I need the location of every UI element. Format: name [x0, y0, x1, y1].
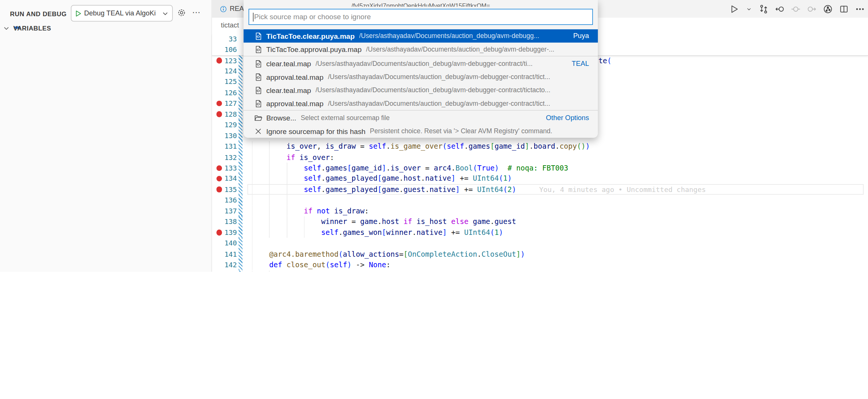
variables-label: VARIABLES [13, 25, 51, 32]
debug-config-dropdown[interactable]: Debug TEAL via AlgoKi [71, 5, 173, 21]
code-text [252, 195, 304, 206]
code-line[interactable]: 138winner = game.host if is_host else ga… [212, 216, 868, 227]
line-number: 139 [219, 227, 237, 238]
line-number: 132 [219, 152, 237, 163]
quickpick-item[interactable]: approval.teal.map/Users/asthayadav/Docum… [244, 97, 598, 110]
gear-icon[interactable] [177, 8, 186, 17]
quickpick-item-label: clear.teal.map [266, 86, 311, 94]
line-number: 123 [219, 55, 237, 66]
quickpick-item-badge[interactable]: Other Options [546, 114, 589, 122]
indent-guide [287, 206, 304, 216]
modified-gutter-indicator [238, 76, 242, 87]
debug-config-label: Debug TEAL via AlgoKi [84, 9, 156, 17]
indent-guide [269, 141, 287, 152]
folder-open-icon [254, 114, 262, 122]
chevron-down-icon [3, 24, 10, 32]
code-line[interactable]: 143pass [212, 270, 868, 272]
file-code-icon [254, 73, 262, 81]
quickpick-item-description: /Users/asthayadav/Documents/auction_debu… [328, 73, 598, 81]
indent-guide [287, 184, 304, 195]
modified-gutter-indicator [238, 184, 242, 195]
indent-guide [269, 152, 287, 163]
code-line[interactable]: 133self.games[game_id].is_over = arc4.Bo… [212, 163, 868, 174]
modified-gutter-indicator [238, 109, 242, 120]
run-icon[interactable] [730, 4, 739, 14]
text-cursor [253, 12, 254, 21]
indent-guide [269, 206, 287, 216]
code-line[interactable]: 142def close_out(self) -> None: [212, 259, 868, 270]
quickpick-item-description: /Users/asthayadav/Documents/auction_debu… [315, 60, 567, 68]
run-and-debug-sidebar: RUN AND DEBUG Debug TEAL via AlgoKi ⋯ VA… [0, 0, 212, 272]
code-text: pass [252, 270, 304, 272]
code-text: @arc4.baremethod(allow_actions=[OnComple… [252, 249, 525, 260]
indent-guide [269, 195, 287, 206]
indent-guide [252, 259, 269, 270]
chevron-down-icon[interactable] [746, 4, 752, 14]
start-debug-icon[interactable] [75, 10, 82, 17]
quickpick-separator [244, 56, 598, 56]
quickpick-item-label: approval.teal.map [266, 99, 324, 108]
quickpick-item-label: approval.teal.map [266, 73, 324, 81]
quickpick-item[interactable]: TicTacToe.approval.puya.map/Users/asthay… [244, 43, 598, 56]
breadcrumb-file[interactable]: tictact [221, 22, 239, 30]
sidebar-title: RUN AND DEBUG [10, 11, 67, 17]
code-line[interactable]: 136 [212, 195, 868, 206]
line-number: 127 [219, 98, 237, 109]
file-code-icon [254, 45, 262, 53]
code-line[interactable]: 141@arc4.baremethod(allow_actions=[OnCom… [212, 249, 868, 260]
modified-gutter-indicator [238, 141, 242, 152]
code-line[interactable]: 134self.games_played[game.host.native] +… [212, 174, 868, 184]
code-line[interactable]: 137if not is_draw: [212, 206, 868, 216]
modified-gutter-indicator [238, 195, 242, 206]
code-text: self.games_played[game.host.native] += U… [252, 174, 512, 184]
indent-guide [252, 238, 269, 249]
line-number: 141 [219, 249, 237, 260]
modified-gutter-indicator [238, 152, 242, 163]
line-number: 125 [219, 76, 237, 87]
quickpick-input[interactable]: Pick source map or choose to ignore [249, 9, 593, 25]
indent-guide [252, 195, 269, 206]
modified-gutter-indicator [238, 163, 242, 174]
code-line[interactable]: 139self.games_won[winner.native] += UInt… [212, 227, 868, 238]
info-icon [220, 5, 227, 12]
variables-section-header[interactable]: VARIABLES [0, 22, 211, 34]
indent-guide [287, 195, 304, 206]
quickpick-item-badge: Puya [573, 32, 589, 40]
file-code-icon [254, 86, 262, 94]
code-line[interactable]: 132if is_over: [212, 152, 868, 163]
step-back-icon[interactable] [775, 4, 784, 14]
line-number: 140 [219, 238, 237, 249]
split-editor-icon[interactable] [839, 4, 849, 14]
line-number: 134 [219, 174, 237, 184]
modified-gutter-indicator [238, 66, 242, 77]
quickpick-item-label: Ignore sourcemap for this hash [266, 127, 365, 135]
quickpick-item[interactable]: TicTacToe.clear.puya.map/Users/asthayada… [244, 29, 598, 43]
indent-guide [252, 163, 269, 174]
quickpick-item[interactable]: approval.teal.map/Users/asthayadav/Docum… [244, 70, 598, 84]
indent-guide [287, 174, 304, 184]
quickpick-item[interactable]: Browse...Select external sourcemap fileO… [244, 111, 598, 124]
indent-guide [269, 216, 287, 227]
quickpick-item[interactable]: Ignore sourcemap for this hashPersistent… [244, 125, 598, 138]
code-line[interactable]: 140 [212, 238, 868, 249]
quickpick-item[interactable]: clear.teal.map/Users/asthayadav/Document… [244, 57, 598, 70]
debug-graph-icon[interactable] [823, 4, 833, 14]
indent-guide [269, 270, 287, 272]
line-number: 130 [219, 130, 237, 141]
code-line[interactable]: 135self.games_played[game.guest.native] … [212, 184, 868, 195]
more-actions-icon[interactable] [855, 4, 865, 14]
line-number: 135 [219, 184, 237, 195]
modified-gutter-indicator [238, 249, 242, 260]
step-forward-icon [807, 4, 816, 14]
more-actions-icon[interactable]: ⋯ [192, 7, 201, 17]
debug-toolbar [730, 0, 865, 18]
code-text: is_over, is_draw = self.is_game_over(sel… [252, 141, 590, 152]
quickpick-item-description: /Users/asthayadav/Documents/auction_debu… [366, 45, 598, 53]
code-line[interactable]: 131is_over, is_draw = self.is_game_over(… [212, 141, 868, 152]
quickpick-item[interactable]: clear.teal.map/Users/asthayadav/Document… [244, 84, 598, 97]
modified-gutter-indicator [238, 98, 242, 109]
code-text: if is_over: [252, 152, 335, 163]
indent-guide [252, 174, 269, 184]
modified-gutter-indicator [238, 55, 242, 66]
swap-icon[interactable] [759, 4, 769, 14]
